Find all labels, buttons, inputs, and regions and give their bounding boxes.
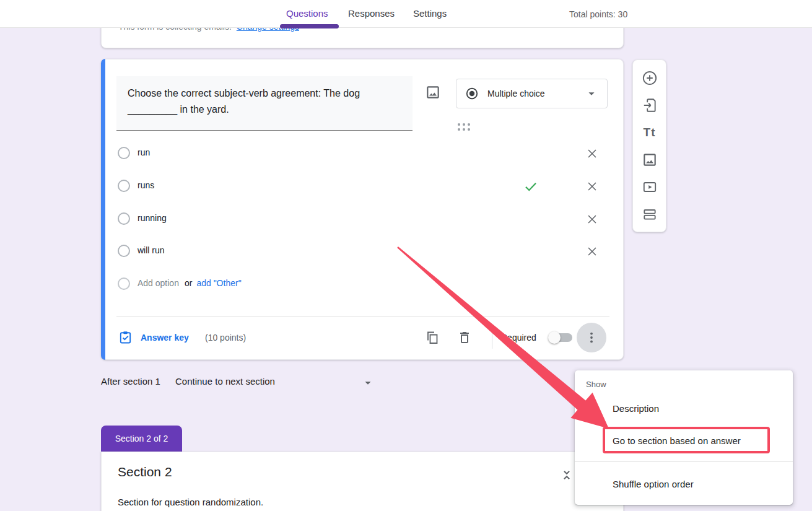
add-option-row: Add optionoradd "Other" [116, 275, 609, 292]
image-icon [425, 84, 441, 100]
copy-icon [425, 330, 440, 345]
section-card: Section 2 Section for question randomiza… [101, 452, 624, 511]
active-card-accent-bar [101, 59, 105, 360]
total-points-label: Total points: 30 [569, 9, 627, 19]
menu-item-shuffle-options[interactable]: Shuffle option order [575, 473, 793, 494]
question-type-dropdown[interactable]: Multiple choice [456, 79, 608, 108]
option-radio[interactable] [118, 212, 130, 225]
question-options-menu: Show Description Go to section based on … [575, 370, 793, 505]
collapse-section-button[interactable] [559, 467, 575, 483]
remove-option-button[interactable] [585, 180, 599, 193]
add-option-or-text: or [185, 278, 192, 288]
add-option-button[interactable]: Add option [138, 278, 179, 288]
required-label: Required [501, 333, 536, 343]
option-label[interactable]: running [138, 213, 167, 223]
tab-settings[interactable]: Settings [413, 8, 447, 19]
import-questions-button[interactable] [636, 92, 663, 119]
option-row: running [116, 210, 609, 227]
active-tab-underline [280, 24, 339, 28]
close-icon [585, 180, 599, 193]
toggle-knob [548, 331, 561, 344]
question-card: Choose the correct subject-verb agreemen… [101, 59, 624, 360]
section-badge: Section 2 of 2 [101, 426, 182, 452]
remove-option-button[interactable] [585, 147, 599, 160]
menu-item-description[interactable]: Description [575, 398, 793, 419]
option-radio [118, 277, 130, 290]
chevron-down-icon[interactable] [361, 376, 375, 390]
required-toggle[interactable] [550, 333, 572, 342]
option-row: will run [116, 242, 609, 260]
option-radio[interactable] [118, 245, 130, 257]
menu-divider [575, 461, 793, 462]
add-title-icon: Tt [644, 126, 656, 139]
google-forms-editor: This form is collecting emails.Change se… [0, 0, 812, 511]
top-navigation-bar: Questions Responses Settings Total point… [0, 0, 812, 28]
close-icon [585, 245, 599, 258]
add-section-button[interactable] [636, 201, 663, 228]
kebab-menu-icon [584, 330, 599, 345]
footer-divider [492, 326, 492, 349]
tab-responses[interactable]: Responses [348, 8, 395, 19]
add-section-icon [642, 206, 658, 222]
option-radio[interactable] [118, 147, 130, 159]
question-type-label: Multiple choice [487, 89, 545, 98]
add-image-button[interactable] [425, 84, 442, 102]
collapse-icon [559, 467, 575, 483]
radio-filled-icon [465, 87, 479, 100]
tab-questions[interactable]: Questions [286, 8, 328, 19]
card-footer-divider [116, 317, 609, 317]
chevron-down-icon [585, 87, 598, 100]
remove-option-button[interactable] [585, 212, 599, 226]
after-section-dropdown[interactable]: Continue to next section [175, 376, 275, 387]
section-title-field[interactable]: Section 2 [118, 465, 172, 479]
option-row: runs [116, 177, 609, 194]
answer-key-button[interactable]: Answer key [118, 330, 189, 344]
more-options-button[interactable] [577, 323, 606, 352]
duplicate-button[interactable] [425, 330, 440, 345]
menu-header: Show [586, 380, 606, 389]
add-video-icon [642, 179, 658, 195]
option-label[interactable]: will run [138, 245, 165, 255]
menu-item-go-to-section[interactable]: Go to section based on answer [575, 430, 793, 451]
drag-handle[interactable] [457, 123, 471, 131]
after-section-label: After section 1 [101, 376, 160, 387]
option-label[interactable]: run [138, 147, 150, 157]
add-image-toolbar-button[interactable] [636, 146, 663, 173]
answer-key-label: Answer key [141, 333, 189, 343]
option-label[interactable]: runs [138, 180, 154, 190]
remove-option-button[interactable] [585, 245, 599, 258]
side-toolbar: Tt [632, 59, 666, 232]
answer-key-icon [118, 330, 133, 344]
add-other-button[interactable]: add "Other" [196, 278, 241, 288]
trash-icon [457, 330, 472, 345]
add-image-icon [642, 152, 658, 168]
import-questions-icon [642, 97, 658, 113]
close-icon [585, 212, 599, 226]
option-radio[interactable] [118, 180, 130, 192]
correct-answer-check-icon [523, 179, 538, 194]
after-section-control: After section 1 Continue to next section [101, 374, 386, 390]
question-title-field[interactable]: Choose the correct subject-verb agreemen… [116, 76, 413, 131]
add-question-icon [642, 70, 658, 86]
points-label: (10 points) [205, 333, 246, 343]
option-row: run [116, 144, 609, 162]
section-description-field[interactable]: Section for question randomization. [118, 497, 263, 507]
delete-button[interactable] [457, 330, 472, 345]
add-title-button[interactable]: Tt [636, 119, 663, 146]
close-icon [585, 147, 599, 160]
add-video-button[interactable] [636, 173, 663, 201]
add-question-button[interactable] [636, 64, 663, 92]
